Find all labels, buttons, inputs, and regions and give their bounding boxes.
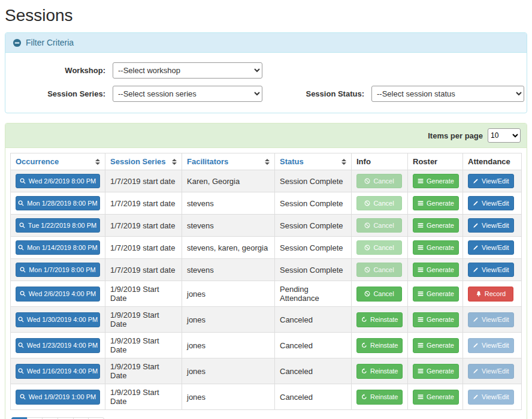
attendance-button[interactable]: View/Edit	[468, 338, 514, 352]
info-button[interactable]: Cancel	[356, 218, 402, 233]
roster-button[interactable]: Generate	[413, 174, 459, 188]
roster-button[interactable]: Generate	[413, 240, 459, 255]
search-icon	[18, 245, 24, 251]
search-icon	[18, 316, 24, 322]
roster-button[interactable]: Generate	[413, 338, 459, 352]
info-button[interactable]: Cancel	[356, 196, 402, 210]
pencil-icon	[473, 222, 479, 228]
roster-button[interactable]: Generate	[413, 364, 459, 378]
list-icon	[418, 245, 424, 251]
occurrence-button[interactable]: Wed 2/6/2019 4:00 PM	[16, 287, 100, 301]
session-series-select[interactable]: --Select session series	[113, 86, 262, 102]
occurrence-label: Wed 2/6/2019 4:00 PM	[29, 290, 96, 297]
occurrence-button[interactable]: Mon 1/7/2019 8:00 PM	[16, 263, 100, 277]
table-row: Wed 1/9/2019 1:00 PM 1/9/2019 Start Date…	[11, 384, 522, 410]
occurrence-label: Mon 1/28/2019 8:00 PM	[27, 200, 97, 207]
status-cell: Session Complete	[275, 192, 352, 215]
table-row: Tue 1/22/2019 8:00 PM 1/7/2019 start dat…	[11, 215, 522, 237]
session-status-select[interactable]: --Select session status	[371, 86, 524, 102]
roster-button[interactable]: Generate	[413, 196, 459, 210]
occurrence-button[interactable]: Mon 1/14/2019 8:00 PM	[16, 240, 100, 255]
workshop-select[interactable]: --Select workshop	[113, 62, 262, 79]
list-icon	[418, 222, 424, 228]
attendance-button[interactable]: View/Edit	[468, 240, 514, 255]
roster-button[interactable]: Generate	[413, 312, 459, 327]
filter-panel: Filter Criteria Workshop: --Select works…	[5, 32, 527, 113]
attendance-button[interactable]: View/Edit	[468, 174, 514, 188]
ban-icon	[364, 245, 370, 251]
info-button[interactable]: Reinstate	[356, 390, 403, 404]
filter-panel-header[interactable]: Filter Criteria	[5, 33, 527, 53]
info-button[interactable]: Reinstate	[356, 338, 403, 352]
attendance-button[interactable]: View/Edit	[468, 196, 514, 210]
attendance-button[interactable]: View/Edit	[468, 218, 514, 233]
column-header-occurrence[interactable]: Occurrence	[11, 153, 105, 170]
status-cell: Session Complete	[275, 259, 352, 281]
occurrence-label: Wed 1/9/2019 1:00 PM	[29, 393, 96, 400]
occurrence-button[interactable]: Wed 2/6/2019 8:00 PM	[16, 174, 100, 188]
pencil-icon	[473, 342, 479, 348]
sessions-table-body: Wed 2/6/2019 8:00 PM 1/7/2019 start date…	[11, 170, 522, 410]
facilitators-cell: jones	[182, 384, 275, 410]
status-cell: Session Complete	[275, 215, 352, 237]
filter-body: Workshop: --Select workshop Session Seri…	[5, 53, 527, 113]
info-button[interactable]: Reinstate	[356, 364, 403, 378]
minus-circle-icon[interactable]	[13, 38, 22, 47]
status-cell: Canceled	[275, 307, 352, 333]
search-icon	[19, 222, 25, 228]
sort-icon	[172, 159, 177, 165]
attendance-button[interactable]: View/Edit	[468, 312, 514, 327]
pencil-icon	[473, 316, 479, 322]
occurrence-button[interactable]: Wed 1/30/2019 4:00 PM	[16, 312, 100, 327]
sessions-table: OccurrenceSession SeriesFacilitatorsStat…	[10, 153, 522, 410]
sessions-table-container: OccurrenceSession SeriesFacilitatorsStat…	[5, 148, 527, 419]
column-header-facilitators[interactable]: Facilitators	[182, 153, 275, 170]
column-header-roster: Roster	[408, 153, 463, 170]
list-icon	[418, 368, 424, 374]
roster-button[interactable]: Generate	[413, 390, 459, 404]
status-cell: Canceled	[275, 384, 352, 410]
facilitators-cell: jones	[182, 281, 275, 307]
info-button[interactable]: Cancel	[356, 263, 402, 277]
roster-button[interactable]: Generate	[413, 263, 459, 277]
column-header-session-series[interactable]: Session Series	[105, 153, 182, 170]
list-icon	[418, 200, 424, 206]
info-button[interactable]: Cancel	[356, 240, 402, 255]
attendance-button[interactable]: View/Edit	[468, 364, 514, 378]
occurrence-label: Wed 1/30/2019 4:00 PM	[27, 316, 98, 323]
status-cell: Session Complete	[275, 170, 352, 192]
facilitators-cell: stevens	[182, 192, 275, 215]
column-header-status[interactable]: Status	[275, 153, 352, 170]
attendance-button[interactable]: View/Edit	[468, 390, 514, 404]
occurrence-button[interactable]: Wed 1/16/2019 4:00 PM	[16, 364, 100, 378]
ban-icon	[364, 267, 370, 273]
session-series-cell: 1/7/2019 start date	[105, 170, 182, 192]
attendance-button[interactable]: Record	[468, 287, 513, 301]
search-icon	[18, 200, 24, 206]
table-row: Wed 1/23/2019 4:00 PM 1/9/2019 Start Dat…	[11, 333, 522, 358]
roster-button[interactable]: Generate	[413, 287, 459, 301]
table-row: Wed 1/30/2019 4:00 PM 1/9/2019 Start Dat…	[11, 307, 522, 333]
info-button[interactable]: Cancel	[356, 174, 402, 188]
roster-button[interactable]: Generate	[413, 218, 459, 233]
session-series-cell: 1/9/2019 Start Date	[105, 307, 182, 333]
items-per-page-label: Items per page	[428, 131, 483, 140]
occurrence-button[interactable]: Mon 1/28/2019 8:00 PM	[16, 196, 100, 210]
items-per-page-bar: Items per page 10	[5, 123, 527, 148]
occurrence-button[interactable]: Wed 1/9/2019 1:00 PM	[16, 390, 100, 404]
search-icon	[20, 394, 26, 400]
occurrence-button[interactable]: Tue 1/22/2019 8:00 PM	[16, 218, 100, 233]
items-per-page-select[interactable]: 10	[488, 128, 521, 143]
status-cell: Session Complete	[275, 237, 352, 259]
column-header-label: Session Series	[110, 157, 166, 166]
attendance-button[interactable]: View/Edit	[468, 263, 514, 277]
info-button[interactable]: Reinstate	[356, 312, 403, 327]
column-header-label: Attendance	[468, 157, 510, 166]
ban-icon	[364, 200, 370, 206]
facilitators-cell: Karen, Georgia	[182, 170, 275, 192]
info-button[interactable]: Cancel	[356, 287, 402, 301]
session-series-cell: 1/9/2019 Start Date	[105, 281, 182, 307]
bell-icon	[476, 291, 482, 297]
occurrence-button[interactable]: Wed 1/23/2019 4:00 PM	[16, 338, 100, 352]
sessions-page: Sessions Filter Criteria Workshop: --Sel…	[0, 0, 532, 419]
